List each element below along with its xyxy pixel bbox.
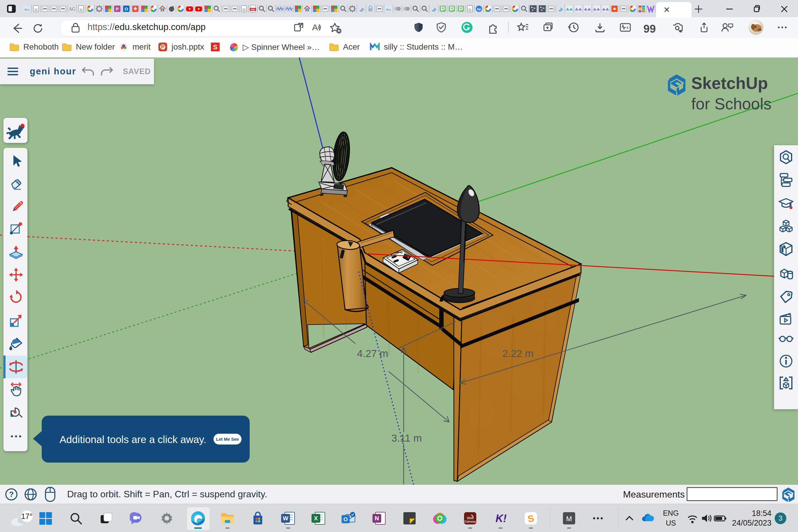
svg-text:SketchUp: SketchUp [691, 74, 768, 93]
svg-text:O: O [125, 6, 128, 12]
svg-text:X: X [314, 515, 318, 521]
svg-text:K!: K! [496, 512, 507, 525]
svg-text:2.22 m: 2.22 m [502, 348, 533, 359]
svg-text:PDF: PDF [251, 8, 255, 11]
svg-text:for Schools: for Schools [691, 95, 772, 113]
svg-text:P: P [116, 6, 119, 12]
svg-text:4.27 m: 4.27 m [357, 348, 388, 359]
svg-text:hp: hp [477, 7, 481, 11]
svg-text:?: ? [9, 490, 14, 499]
svg-text:M: M [566, 515, 572, 522]
svg-text:Bible: Bible [467, 516, 474, 520]
svg-text:A: A [312, 22, 318, 32]
svg-text:Gateway: Gateway [464, 520, 476, 523]
svg-text:AG: AG [69, 6, 76, 12]
svg-text:N: N [375, 515, 379, 521]
svg-text:S: S [213, 43, 217, 51]
svg-text:W: W [283, 515, 288, 521]
svg-text:x: x [627, 25, 629, 30]
svg-text:17°: 17° [21, 512, 32, 520]
svg-text:P: P [161, 44, 164, 50]
svg-text:O: O [344, 516, 348, 522]
svg-text:3.11 m: 3.11 m [392, 432, 422, 444]
